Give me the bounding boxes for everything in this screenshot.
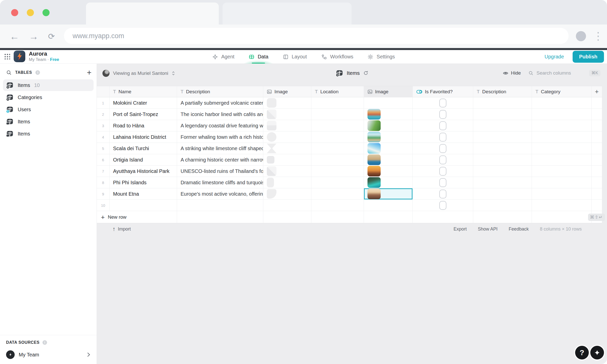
- cell-description[interactable]: Dramatic limestone cliffs and turquoise …: [177, 177, 263, 188]
- cell-image-2[interactable]: [364, 143, 413, 154]
- cell-image-1[interactable]: [263, 177, 311, 188]
- back-icon[interactable]: ←: [10, 32, 19, 41]
- cell-image-1[interactable]: [263, 154, 311, 166]
- app-logo[interactable]: [14, 51, 25, 62]
- cell-description-2[interactable]: [473, 154, 532, 166]
- cell-image-2[interactable]: [364, 177, 413, 188]
- cell-name[interactable]: Road to Hāna: [110, 120, 177, 131]
- cell-is-favorited[interactable]: [413, 166, 473, 177]
- cell-description-2[interactable]: [473, 166, 532, 177]
- tab-settings[interactable]: Settings: [367, 50, 395, 63]
- cell-category[interactable]: [532, 177, 592, 188]
- checkbox-unchecked[interactable]: [439, 201, 446, 210]
- cell-location[interactable]: [311, 177, 364, 188]
- cell-description[interactable]: A partially submerged volcanic crater kn…: [177, 97, 263, 109]
- cell-image-1[interactable]: [263, 120, 311, 131]
- cell-description[interactable]: A charming historic center with narrow s…: [177, 154, 263, 166]
- ai-assistant-button[interactable]: [590, 346, 604, 359]
- row-number[interactable]: 4: [97, 131, 110, 143]
- reload-icon[interactable]: ⟳: [48, 32, 55, 40]
- cell-image-2[interactable]: [364, 97, 413, 109]
- cell-location[interactable]: [311, 131, 364, 143]
- cell-description-2[interactable]: [473, 97, 532, 109]
- cell-category[interactable]: [532, 166, 592, 177]
- cell-image-2[interactable]: [364, 166, 413, 177]
- cell-is-favorited[interactable]: [413, 109, 473, 120]
- checkbox-unchecked[interactable]: [439, 144, 446, 153]
- cell-category[interactable]: [532, 188, 592, 200]
- cell-name[interactable]: [110, 200, 177, 211]
- cell-description[interactable]: UNESCO-listed ruins of Thailand's former…: [177, 166, 263, 177]
- import-button[interactable]: ↑ Import: [113, 226, 131, 232]
- sidebar-table-categories[interactable]: Categories: [3, 92, 94, 103]
- row-number[interactable]: 3: [97, 120, 110, 131]
- checkbox-unchecked[interactable]: [439, 133, 446, 142]
- cell-category[interactable]: [532, 200, 592, 211]
- forward-icon[interactable]: →: [29, 32, 38, 41]
- sidebar-table-items-2[interactable]: Items: [3, 116, 94, 127]
- cell-category[interactable]: [532, 120, 592, 131]
- cell-image-2[interactable]: [364, 154, 413, 166]
- cell-image-1[interactable]: [263, 109, 311, 120]
- publish-button[interactable]: Publish: [573, 51, 604, 63]
- cell-description[interactable]: The iconic harbor lined with cafés and y…: [177, 109, 263, 120]
- browser-profile-avatar[interactable]: [576, 31, 586, 41]
- new-row-button[interactable]: +New row: [97, 211, 177, 223]
- cell-is-favorited[interactable]: [413, 97, 473, 109]
- cell-description-2[interactable]: [473, 177, 532, 188]
- column-header-name[interactable]: TName: [110, 86, 177, 97]
- cell-location[interactable]: [311, 109, 364, 120]
- sidebar-table-items-3[interactable]: Items: [3, 128, 94, 140]
- cell-name[interactable]: Ayutthaya Historical Park: [110, 166, 177, 177]
- feedback-button[interactable]: Feedback: [509, 226, 529, 232]
- cell-category[interactable]: [532, 143, 592, 154]
- cell-category[interactable]: [532, 154, 592, 166]
- tab-layout[interactable]: Layout: [283, 50, 307, 63]
- cell-description-2[interactable]: [473, 120, 532, 131]
- tables-info-icon[interactable]: i: [35, 70, 40, 75]
- row-number[interactable]: 7: [97, 166, 110, 177]
- tab-workflows[interactable]: Workflows: [321, 50, 353, 63]
- close-window-button[interactable]: [11, 9, 18, 16]
- cell-name[interactable]: Phi Phi Islands: [110, 177, 177, 188]
- cell-name[interactable]: Scala dei Turchi: [110, 143, 177, 154]
- column-header-description[interactable]: TDescription: [177, 86, 263, 97]
- sidebar-table-users[interactable]: Users: [3, 104, 94, 115]
- cell-location[interactable]: [311, 97, 364, 109]
- column-header-description-2[interactable]: TDescription: [473, 86, 532, 97]
- cell-image-2[interactable]: [364, 131, 413, 143]
- minimize-window-button[interactable]: [27, 9, 34, 16]
- column-header-image-1[interactable]: Image: [263, 86, 311, 97]
- cell-location[interactable]: [311, 154, 364, 166]
- row-number[interactable]: 5: [97, 143, 110, 154]
- column-header-image-2[interactable]: Image: [364, 86, 413, 97]
- cell-category[interactable]: [532, 97, 592, 109]
- row-number[interactable]: 2: [97, 109, 110, 120]
- row-number[interactable]: 6: [97, 154, 110, 166]
- add-column-button[interactable]: +: [592, 86, 602, 97]
- export-button[interactable]: Export: [453, 226, 467, 232]
- search-columns-input[interactable]: [536, 70, 587, 76]
- url-bar[interactable]: www.myapp.com: [64, 28, 569, 44]
- cell-description[interactable]: A legendary coastal drive featuring wate…: [177, 120, 263, 131]
- cell-name[interactable]: Ortigia Island: [110, 154, 177, 166]
- checkbox-unchecked[interactable]: [439, 121, 446, 130]
- browser-menu-icon[interactable]: ⋮: [593, 28, 603, 44]
- tab-agent[interactable]: Agent: [212, 50, 234, 63]
- maximize-window-button[interactable]: [42, 9, 50, 16]
- row-number[interactable]: 8: [97, 177, 110, 188]
- cell-is-favorited[interactable]: [413, 154, 473, 166]
- cell-is-favorited[interactable]: [413, 177, 473, 188]
- cell-category[interactable]: [532, 109, 592, 120]
- cell-name[interactable]: Port of Saint-Tropez: [110, 109, 177, 120]
- cell-location[interactable]: [311, 120, 364, 131]
- row-number[interactable]: 10: [97, 200, 110, 211]
- cell-is-favorited[interactable]: [413, 120, 473, 131]
- cell-description-2[interactable]: [473, 143, 532, 154]
- cell-is-favorited[interactable]: [413, 131, 473, 143]
- tab-data[interactable]: Data: [249, 50, 268, 63]
- cell-name[interactable]: Molokini Crater: [110, 97, 177, 109]
- cell-description[interactable]: Europe's most active volcano, offering d…: [177, 188, 263, 200]
- show-api-button[interactable]: Show API: [478, 226, 497, 232]
- cell-name[interactable]: Mount Etna: [110, 188, 177, 200]
